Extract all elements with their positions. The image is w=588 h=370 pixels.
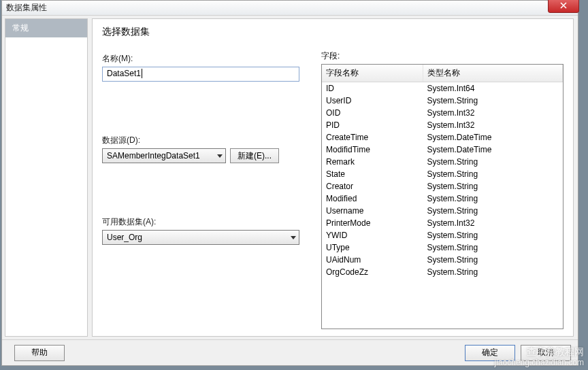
table-row[interactable]: CreateTimeSystem.DateTime xyxy=(322,131,563,144)
table-row[interactable]: ModifidTimeSystem.DateTime xyxy=(322,144,563,156)
content-area: 常规 选择数据集 名称(M): DataSet1 数据源(D): SAMembe… xyxy=(2,16,578,339)
datasource-label: 数据源(D): xyxy=(102,135,299,146)
footer: 帮助 确定 取消 xyxy=(2,339,578,365)
left-column: 选择数据集 名称(M): DataSet1 数据源(D): SAMemberIn… xyxy=(102,26,299,329)
chevron-down-icon xyxy=(217,154,223,158)
table-row[interactable]: UserIDSystem.String xyxy=(322,95,563,107)
table-row[interactable]: PrinterModeSystem.Int32 xyxy=(322,217,563,229)
column-header-type[interactable]: 类型名称 xyxy=(423,65,562,82)
new-button[interactable]: 新建(E)... xyxy=(230,148,279,163)
sidebar-item-general[interactable]: 常规 xyxy=(5,19,87,37)
main-panel: 选择数据集 名称(M): DataSet1 数据源(D): SAMemberIn… xyxy=(92,18,574,337)
table-row[interactable]: UAidNumSystem.String xyxy=(322,254,563,266)
window-title: 数据集属性 xyxy=(6,2,47,14)
table-row[interactable]: YWIDSystem.String xyxy=(322,229,563,241)
table-row[interactable]: OrgCodeZzSystem.String xyxy=(322,266,563,278)
table-row[interactable]: ModifiedSystem.String xyxy=(322,192,563,205)
table-row[interactable]: StateSystem.String xyxy=(322,168,563,180)
table-row[interactable]: CreatorSystem.String xyxy=(322,180,563,192)
fields-label: 字段: xyxy=(321,50,564,62)
datasource-combo[interactable]: SAMemberIntegDataSet1 xyxy=(102,148,226,163)
available-value: User_Org xyxy=(107,233,142,242)
table-row[interactable]: PIDSystem.Int32 xyxy=(322,119,563,131)
table-row[interactable]: IDSystem.Int64 xyxy=(322,82,563,95)
fields-table: 字段名称 类型名称 IDSystem.Int64UserIDSystem.Str… xyxy=(322,65,563,278)
close-icon xyxy=(560,1,567,11)
section-heading: 选择数据集 xyxy=(102,26,299,38)
name-label: 名称(M): xyxy=(102,53,299,65)
name-input[interactable]: DataSet1 xyxy=(102,67,299,82)
table-row[interactable]: RemarkSystem.String xyxy=(322,156,563,168)
available-combo[interactable]: User_Org xyxy=(102,230,299,245)
close-button[interactable] xyxy=(548,0,579,13)
table-row[interactable]: UsernameSystem.String xyxy=(322,205,563,217)
table-row[interactable]: OIDSystem.Int32 xyxy=(322,107,563,119)
column-header-name[interactable]: 字段名称 xyxy=(322,65,423,82)
available-label: 可用数据集(A): xyxy=(102,216,299,228)
table-row[interactable]: UTypeSystem.String xyxy=(322,241,563,254)
name-input-value: DataSet1 xyxy=(107,69,142,78)
help-button[interactable]: 帮助 xyxy=(14,345,65,361)
fields-table-container[interactable]: 字段名称 类型名称 IDSystem.Int64UserIDSystem.Str… xyxy=(321,64,564,329)
cancel-button[interactable]: 取消 xyxy=(521,345,571,361)
sidebar-item-label: 常规 xyxy=(12,23,29,33)
titlebar: 数据集属性 xyxy=(2,1,578,16)
sidebar: 常规 xyxy=(5,18,88,337)
chevron-down-icon xyxy=(291,236,296,239)
dialog-window: 数据集属性 常规 选择数据集 名称(M): DataSet1 数据源(D): xyxy=(1,0,578,366)
datasource-value: SAMemberIntegDataSet1 xyxy=(107,151,200,161)
ok-button[interactable]: 确定 xyxy=(465,345,515,361)
right-column: 字段: 字段名称 类型名称 IDSystem.Int64UserIDSystem… xyxy=(321,26,564,329)
